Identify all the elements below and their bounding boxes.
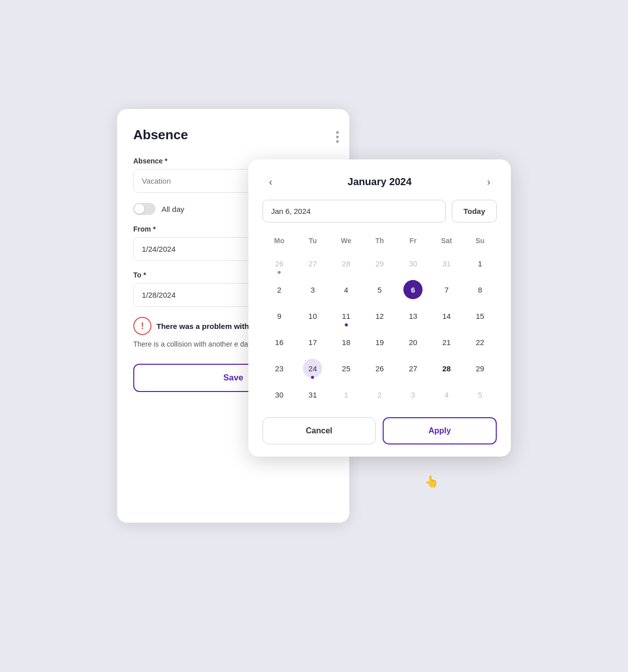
calendar-day-5-other[interactable]: 5 <box>463 382 497 407</box>
calendar-day-26-other[interactable]: 26 <box>263 251 296 276</box>
calendar-day-3[interactable]: 3 <box>296 277 329 302</box>
day-number: 4 <box>437 385 456 404</box>
calendar-day-7[interactable]: 7 <box>430 277 463 302</box>
day-number: 28 <box>437 359 456 378</box>
day-number: 2 <box>370 385 389 404</box>
apply-button[interactable]: Apply <box>383 417 497 444</box>
calendar-day-25[interactable]: 25 <box>330 356 363 381</box>
calendar-day-1[interactable]: 1 <box>463 251 497 276</box>
calendar-day-20[interactable]: 20 <box>396 329 430 355</box>
calendar-day-30-other[interactable]: 30 <box>396 251 430 276</box>
day-number: 1 <box>337 385 356 404</box>
dot-1 <box>336 131 339 134</box>
calendar-month-title: January 2024 <box>348 176 412 188</box>
day-number: 27 <box>303 254 322 273</box>
calendar-day-28[interactable]: 28 <box>430 356 463 381</box>
calendar-day-22[interactable]: 22 <box>463 329 497 355</box>
calendar-day-3-other[interactable]: 3 <box>396 382 430 407</box>
day-number: 13 <box>403 306 423 325</box>
day-number: 18 <box>337 332 356 352</box>
day-number: 29 <box>370 254 389 273</box>
next-month-button[interactable]: › <box>481 174 497 190</box>
calendar-day-27[interactable]: 27 <box>396 356 430 381</box>
calendar-day-6[interactable]: 6 <box>396 277 430 302</box>
calendar-day-29[interactable]: 29 <box>463 356 497 381</box>
calendar-day-31-other[interactable]: 31 <box>430 251 463 276</box>
calendar-date-row: Today <box>263 200 497 222</box>
weekday-mo: Mo <box>263 233 296 249</box>
calendar-day-4-other[interactable]: 4 <box>430 382 463 407</box>
calendar-day-1-other[interactable]: 1 <box>330 382 363 407</box>
day-number: 15 <box>470 306 490 325</box>
calendar-day-17[interactable]: 17 <box>296 329 329 355</box>
day-number: 3 <box>303 280 322 299</box>
day-number: 28 <box>337 254 356 273</box>
calendar-day-31[interactable]: 31 <box>296 382 329 407</box>
toggle-knob <box>134 204 144 214</box>
cancel-button[interactable]: Cancel <box>263 417 376 444</box>
dot-2 <box>336 136 339 138</box>
calendar-day-18[interactable]: 18 <box>330 329 363 355</box>
day-number: 7 <box>437 280 456 299</box>
calendar-day-14[interactable]: 14 <box>430 303 463 328</box>
calendar-day-28-other[interactable]: 28 <box>330 251 363 276</box>
calendar-day-30[interactable]: 30 <box>263 382 296 407</box>
day-number: 8 <box>470 280 490 299</box>
day-number: 3 <box>403 385 423 404</box>
calendar-day-4[interactable]: 4 <box>330 277 363 302</box>
allday-toggle[interactable] <box>133 203 155 215</box>
calendar-day-5[interactable]: 5 <box>363 277 396 302</box>
calendar-day-29-other[interactable]: 29 <box>363 251 396 276</box>
day-dot <box>278 271 281 274</box>
weekday-th: Th <box>363 233 396 249</box>
day-number: 14 <box>437 306 456 325</box>
calendar-day-10[interactable]: 10 <box>296 303 329 328</box>
day-number: 5 <box>470 385 490 404</box>
weekday-tu: Tu <box>296 233 329 249</box>
weekday-sat: Sat <box>430 233 463 249</box>
day-number: 5 <box>370 280 389 299</box>
day-number: 10 <box>303 306 322 325</box>
calendar-footer: Cancel Apply <box>263 417 497 444</box>
calendar-day-21[interactable]: 21 <box>430 329 463 355</box>
day-number: 12 <box>370 306 389 325</box>
three-dot-menu[interactable] <box>336 131 339 143</box>
day-number: 29 <box>470 359 490 378</box>
day-number: 6 <box>403 280 423 299</box>
calendar-day-19[interactable]: 19 <box>363 329 396 355</box>
calendar-day-2[interactable]: 2 <box>263 277 296 302</box>
day-number: 9 <box>270 306 289 325</box>
day-number: 19 <box>370 332 389 352</box>
today-button[interactable]: Today <box>452 200 497 222</box>
day-number: 2 <box>270 280 289 299</box>
weekday-su: Su <box>463 233 497 249</box>
calendar-day-11[interactable]: 11 <box>330 303 363 328</box>
day-number: 17 <box>303 332 322 352</box>
weekday-fr: Fr <box>396 233 430 249</box>
calendar-grid: Mo Tu We Th Fr Sat Su 262728293031123456… <box>263 233 497 407</box>
calendar-day-2-other[interactable]: 2 <box>363 382 396 407</box>
calendar-day-27-other[interactable]: 27 <box>296 251 329 276</box>
day-dot <box>345 323 348 326</box>
day-number: 24 <box>303 359 322 378</box>
day-number: 23 <box>270 359 289 378</box>
prev-month-button[interactable]: ‹ <box>263 174 279 190</box>
calendar-day-26[interactable]: 26 <box>363 356 396 381</box>
calendar-date-input[interactable] <box>263 200 446 222</box>
calendar-day-13[interactable]: 13 <box>396 303 430 328</box>
day-number: 20 <box>403 332 423 352</box>
day-number: 16 <box>270 332 289 352</box>
day-number: 30 <box>403 254 423 273</box>
calendar-day-23[interactable]: 23 <box>263 356 296 381</box>
weekday-we: We <box>330 233 363 249</box>
calendar-weekdays: Mo Tu We Th Fr Sat Su <box>263 233 497 249</box>
calendar-day-24[interactable]: 24 <box>296 356 329 381</box>
calendar-day-16[interactable]: 16 <box>263 329 296 355</box>
allday-label: All day <box>162 205 184 213</box>
calendar-day-9[interactable]: 9 <box>263 303 296 328</box>
calendar-day-12[interactable]: 12 <box>363 303 396 328</box>
day-number: 11 <box>337 306 356 325</box>
calendar-day-15[interactable]: 15 <box>463 303 497 328</box>
calendar-day-8[interactable]: 8 <box>463 277 497 302</box>
error-icon: ! <box>133 317 151 335</box>
